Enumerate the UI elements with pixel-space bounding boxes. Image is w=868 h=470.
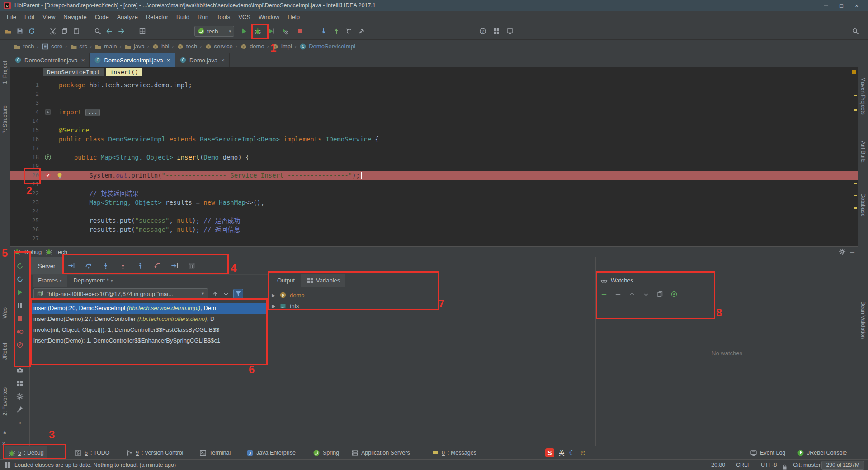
drop-frame-icon[interactable] (154, 262, 161, 269)
breadcrumb-item-hbi[interactable]: hbi (152, 43, 169, 50)
expand-arrow-icon[interactable]: ▶ (271, 293, 276, 298)
evaluate-icon[interactable] (188, 262, 195, 269)
debug-session-tab[interactable]: tech (56, 249, 67, 255)
thread-dump-icon[interactable] (16, 367, 24, 374)
line-ending-indicator[interactable]: CRLF (736, 460, 751, 470)
git-branch-indicator[interactable]: Git: master (793, 460, 821, 470)
tab-variables[interactable]: Variables (301, 274, 345, 287)
line-number[interactable]: 3 (10, 99, 55, 108)
back-icon[interactable] (106, 28, 113, 35)
sogou-ime-icon[interactable]: S (545, 448, 554, 457)
line-number[interactable]: 2 (10, 89, 55, 99)
toolwindow-button--todo[interactable]: 6: TODO (72, 446, 113, 459)
save-all-icon[interactable] (16, 28, 24, 35)
help-icon[interactable]: ? (479, 28, 486, 35)
line-number[interactable]: 22 (10, 189, 55, 198)
line-number[interactable]: 15 (10, 126, 55, 135)
fold-plus-icon[interactable] (44, 108, 52, 116)
tab-deployment[interactable]: Deployment*▾ (68, 274, 118, 287)
pin-icon[interactable] (16, 406, 24, 413)
ime-language-indicator[interactable]: 英 (559, 448, 565, 457)
force-step-into-icon[interactable] (119, 262, 127, 269)
menu-window[interactable]: Window (255, 11, 283, 23)
toolwindow-button-java-enterprise[interactable]: JJava Enterprise (244, 446, 298, 459)
menu-file[interactable]: File (3, 11, 20, 23)
code-area[interactable]: 1package hbi.tech.service.demo.impl;234i… (10, 80, 858, 243)
hide-panel-icon[interactable]: ─ (850, 249, 854, 255)
mute-breakpoints-icon[interactable] (16, 341, 24, 348)
toolwindow-button-event-log[interactable]: Event Log (747, 446, 788, 459)
remove-watch-icon[interactable] (614, 291, 622, 298)
view-breakpoints-icon[interactable] (16, 328, 24, 335)
thread-dropdown[interactable]: "http-nio-8080-exec-10"@17,674 in group … (33, 288, 208, 299)
breadcrumb-item-main[interactable]: main (94, 43, 117, 50)
close-button[interactable]: × (849, 2, 864, 9)
vcs-commit-icon[interactable] (333, 28, 340, 35)
run-icon[interactable] (241, 28, 248, 35)
breadcrumb-item-demo[interactable]: demo (240, 43, 264, 50)
rerun-icon[interactable] (16, 263, 24, 270)
stripe-button-ant-build[interactable]: Ant Build (860, 141, 866, 163)
variable-row[interactable]: ▶this (271, 301, 593, 311)
previous-frame-icon[interactable] (212, 290, 219, 297)
line-number[interactable]: 27 (10, 234, 55, 243)
debug-settings-gear-icon[interactable] (839, 248, 846, 255)
stack-frame-row[interactable]: insertDemo(Demo):27, DemoController (hbi… (30, 314, 268, 324)
menu-edit[interactable]: Edit (20, 11, 38, 23)
toolwindow-toggle-icon[interactable] (4, 461, 11, 469)
stripe-button--structure[interactable]: 7: Structure (2, 105, 8, 133)
copy-icon[interactable] (61, 28, 68, 35)
next-frame-icon[interactable] (222, 290, 230, 297)
line-number[interactable]: 24 (10, 207, 55, 216)
menu-help[interactable]: Help (283, 11, 304, 23)
bulb-icon[interactable] (56, 172, 63, 179)
stripe-button-database[interactable]: Database (860, 193, 866, 216)
toolwindow-button--debug[interactable]: 5: Debug (5, 446, 47, 459)
toolwindow-button-jrebel-console[interactable]: JRebel Console (794, 446, 849, 459)
toolwindow-button--messages[interactable]: 0: Messages (429, 446, 479, 459)
line-number[interactable]: 1 (10, 80, 55, 89)
more-icon[interactable]: » (16, 419, 24, 426)
vcs-update-icon[interactable] (320, 28, 327, 35)
update-application-icon[interactable] (16, 276, 24, 283)
tab-democontroller-java[interactable]: CDemoController.java× (10, 53, 90, 67)
cut-icon[interactable] (49, 28, 57, 35)
hide-library-frames-toggle[interactable] (233, 289, 243, 299)
step-into-icon[interactable] (102, 262, 109, 269)
show-execution-point-icon[interactable] (68, 262, 75, 269)
breadcrumb-item-src[interactable]: src (70, 43, 87, 50)
breadcrumb-item-core[interactable]: core (42, 43, 62, 50)
stack-frame-row[interactable]: insertDemo(Demo):-1, DemoController$$Enh… (30, 335, 268, 346)
minimize-button[interactable]: ─ (818, 2, 834, 9)
line-number[interactable]: 23 (10, 198, 55, 207)
breadcrumb-item-tech[interactable]: tech (14, 43, 34, 50)
breadcrumb-item-java[interactable]: java (124, 43, 145, 50)
line-number[interactable]: 17 (10, 144, 55, 153)
forward-icon[interactable] (118, 28, 125, 35)
lock-icon[interactable] (781, 463, 788, 470)
variable-row[interactable]: ▶pdemo (271, 290, 593, 301)
breadcrumb-item-service[interactable]: service (205, 43, 233, 50)
tab-server[interactable]: Server (30, 257, 64, 274)
stripe-button--favorites[interactable]: 2: Favorites (2, 387, 8, 416)
open-folder-icon[interactable] (5, 28, 12, 35)
close-tab-icon[interactable]: × (166, 57, 170, 64)
close-tab-icon[interactable]: × (221, 57, 225, 64)
menu-analyze[interactable]: Analyze (113, 11, 142, 23)
toolwindow-button--version-control[interactable]: 9: Version Control (123, 446, 186, 459)
restore-layout-icon[interactable] (16, 380, 24, 387)
move-down-icon[interactable] (642, 291, 650, 298)
pause-icon[interactable] (16, 302, 24, 309)
coverage-icon[interactable] (268, 28, 275, 35)
memory-indicator[interactable]: 290 of 1237M (821, 461, 864, 470)
menu-navigate[interactable]: Navigate (59, 11, 90, 23)
duplicate-icon[interactable] (656, 291, 664, 298)
stop-icon[interactable] (16, 315, 24, 322)
expand-arrow-icon[interactable]: ▶ (271, 304, 276, 309)
line-number[interactable]: 25 (10, 216, 55, 225)
menu-run[interactable]: Run (193, 11, 212, 23)
stack-frame-row[interactable]: invoke(int, Object, Object[]):-1, DemoCo… (30, 324, 268, 335)
stripe-button-web[interactable]: Web (2, 307, 8, 318)
more-tool-windows-icon[interactable]: » (2, 440, 5, 446)
run-to-cursor-icon[interactable] (171, 262, 178, 269)
